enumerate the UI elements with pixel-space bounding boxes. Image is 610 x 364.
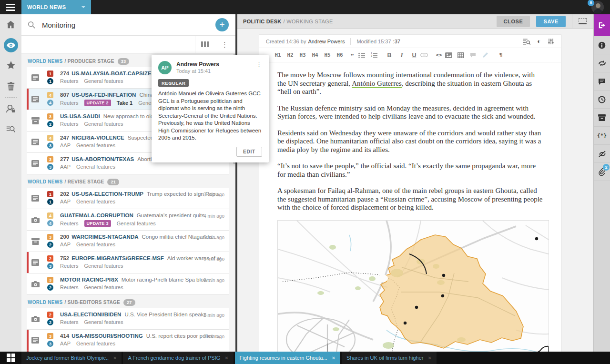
highlights-star-icon[interactable] [0, 55, 21, 76]
image-button[interactable] [445, 52, 458, 58]
search-icon[interactable] [28, 21, 35, 29]
workqueue-tab[interactable]: Shares in UK oil firms turn higher✕ [342, 352, 437, 364]
bold-button[interactable]: B [383, 52, 396, 59]
stage-count-badge: 33 [118, 58, 130, 65]
spike-trash-icon[interactable] [0, 76, 21, 96]
comment-button[interactable] [470, 52, 482, 58]
h5-button[interactable]: H5 [321, 52, 334, 58]
ordered-list-button[interactable]: 12 [371, 52, 383, 58]
slugline: US-MALAYSIA-BOAT-CAPSIZED [71, 71, 155, 76]
workqueue-grid-icon[interactable] [0, 352, 21, 364]
pilcrow-button[interactable]: ¶ [495, 52, 507, 58]
blockquote-button[interactable]: ❞ [346, 52, 358, 59]
slugline: MOTOR RACING-PRIX [60, 277, 118, 283]
edit-button[interactable]: EDIT [236, 147, 262, 157]
list-item[interactable]: 32 MOTOR RACING-PRIXMotor racing-Pirelli… [27, 273, 229, 294]
close-icon[interactable]: ✕ [224, 355, 228, 361]
list-item[interactable]: 22 USA-ELECTIONI/BIDENU.S. Vice Presiden… [27, 308, 229, 329]
source: AAP [60, 199, 71, 204]
suggestions-off-icon[interactable] [594, 145, 610, 163]
priority-badge: 1 [47, 71, 53, 77]
related-items-icon[interactable] [594, 54, 610, 72]
save-button[interactable]: SAVE [536, 16, 566, 27]
urgency-badge: 3 [47, 142, 53, 149]
slugline: USA-MISSOURI/SHOOTING [71, 333, 143, 339]
dashboard-home-icon[interactable] [0, 14, 21, 35]
workqueue-tab[interactable]: Jockey and former British Olympic..✕ [21, 352, 122, 364]
list-item[interactable]: 23 752EUROPE-MIGRANTS/GREECE-MSFAid work… [27, 252, 229, 273]
h6-button[interactable]: H6 [334, 52, 346, 58]
send-to-button[interactable] [594, 14, 610, 36]
personal-space-icon[interactable] [0, 99, 21, 119]
comments-widget-icon[interactable] [594, 72, 610, 91]
paragraph: The Russian defence ministry said on Mon… [277, 104, 543, 121]
list-item[interactable]: 44 GUATEMALA-CORRUPTIONGuatemala's presi… [27, 209, 229, 230]
macros-widget-icon[interactable]: {*} [594, 127, 610, 145]
info-widget-icon[interactable] [594, 36, 610, 54]
annotation-link[interactable]: António Guterres [352, 80, 402, 88]
find-replace-icon[interactable] [523, 38, 530, 45]
text-item-icon [31, 160, 39, 167]
hamburger-menu-icon[interactable] [0, 0, 21, 14]
h2-button[interactable]: H2 [284, 52, 296, 58]
workqueue-tab-active[interactable]: Fighting resumes in eastern Ghouta...✕ [235, 352, 340, 364]
stage-group-header[interactable]: WORLD NEWS / SUB-EDITORS STAGE 27 [28, 299, 228, 306]
workqueue-tab[interactable]: A French gendarme dog trainer of PSIG✕ [123, 352, 233, 364]
create-item-button[interactable]: + [215, 18, 229, 31]
desk-selector[interactable]: WORLD NEWS [21, 0, 91, 14]
eastern-ghouta-map-image[interactable] [277, 220, 549, 352]
paragraph: The move by Moscow follows mounting inte… [277, 71, 543, 96]
list-item[interactable]: 33 414USA-MISSOURI/SHOOTINGU.S. report c… [27, 330, 229, 351]
authoring-widget-rail: {*} 2 [593, 14, 610, 364]
underline-button[interactable]: U [408, 52, 420, 59]
update-badge: UPDATE 3 [84, 220, 111, 227]
close-icon[interactable]: ✕ [113, 355, 117, 361]
priority-badge: 4 [47, 212, 53, 219]
source: Reuters [60, 263, 79, 269]
popup-user-name: Andrew Powers [176, 61, 219, 68]
versions-history-icon[interactable] [594, 91, 610, 109]
list-item[interactable]: 11 202US-USA-ELECTION-TRUMPTrump expecte… [27, 188, 229, 209]
list-item[interactable]: 32 200WARCRIMES-NTAGANDACongo militia ch… [27, 231, 229, 252]
code-button[interactable]: <> [433, 52, 445, 58]
attachments-widget-icon[interactable]: 2 [594, 163, 610, 181]
paragraph: A spokesman for Failaq al-Rahman, one of… [277, 187, 543, 212]
editor-settings-icon[interactable] [548, 38, 554, 45]
link-button[interactable] [420, 53, 433, 57]
close-icon[interactable]: ✕ [332, 355, 336, 361]
urgency-badge: 3 [47, 341, 53, 347]
italic-button[interactable]: I [396, 51, 408, 59]
urgency-badge: 3 [47, 263, 53, 269]
close-button[interactable]: CLOSE [497, 16, 530, 27]
priority-badge: 2 [47, 312, 53, 318]
swimlane-view-icon[interactable] [195, 36, 214, 53]
article-body[interactable]: The move by Moscow follows mounting inte… [259, 62, 561, 212]
minimize-dock-icon[interactable] [579, 18, 587, 24]
priority-badge: 1 [47, 191, 53, 197]
text-item-icon [31, 337, 39, 344]
popup-time: Today at 15:41 [176, 68, 219, 74]
annotate-pencil-button[interactable] [482, 52, 495, 58]
picture-item-icon [31, 281, 40, 287]
unordered-list-button[interactable] [358, 52, 371, 58]
packages-widget-icon[interactable] [594, 109, 610, 127]
table-button[interactable] [458, 52, 470, 58]
genre: General features [76, 341, 115, 346]
urgency-badge: 2 [47, 121, 53, 127]
popup-menu-icon[interactable]: ⋮ [256, 61, 262, 67]
popup-body-text: António Manuel de Oliveira Guterres GCC … [158, 90, 262, 142]
urgency-badge: 2 [47, 284, 53, 291]
monitoring-menu-icon[interactable]: ⋮ [216, 41, 233, 48]
h3-button[interactable]: H3 [296, 52, 309, 58]
monitoring-eye-icon[interactable] [0, 35, 21, 55]
global-search-icon[interactable] [0, 119, 21, 140]
rail-divider [5, 97, 17, 98]
stage-group-header[interactable]: WORLD NEWS / REVISE STAGE 21 [28, 179, 228, 185]
h4-button[interactable]: H4 [309, 52, 321, 58]
annotation-type-badge: REGULAR [158, 79, 189, 87]
h1-button[interactable]: H1 [272, 52, 284, 58]
slugline: USA-ABORTION/TEXAS [71, 156, 134, 162]
close-icon[interactable]: ✕ [427, 355, 431, 361]
theme-contrast-icon[interactable]: ◐ [537, 38, 541, 44]
editor-area: Created 14:36 by Andrew Powers Modified … [237, 29, 593, 352]
